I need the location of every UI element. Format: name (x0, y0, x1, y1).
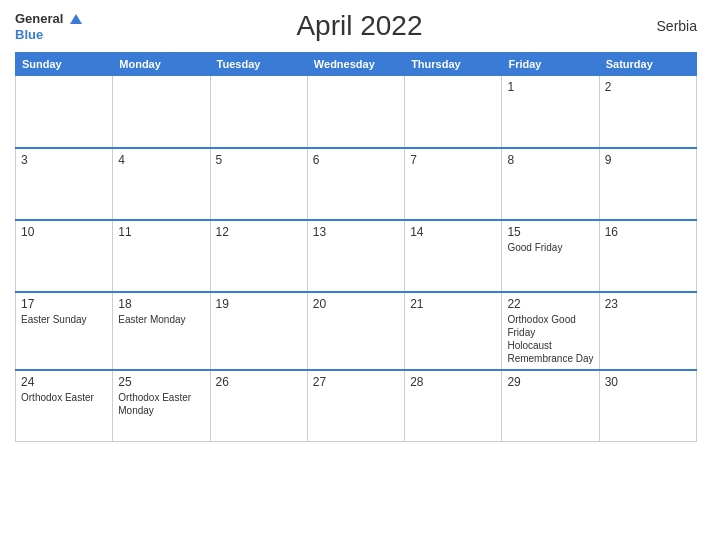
day-cell-w2-d4: 14 (405, 220, 502, 292)
day-cell-w4-d5: 29 (502, 370, 599, 442)
day-cell-w1-d1: 4 (113, 148, 210, 220)
day-cell-w0-d5: 1 (502, 76, 599, 148)
header-thursday: Thursday (405, 53, 502, 76)
day-number: 5 (216, 153, 302, 167)
day-cell-w2-d6: 16 (599, 220, 696, 292)
header-monday: Monday (113, 53, 210, 76)
calendar-table: Sunday Monday Tuesday Wednesday Thursday… (15, 52, 697, 442)
day-cell-w3-d6: 23 (599, 292, 696, 370)
day-number: 28 (410, 375, 496, 389)
event-label: Good Friday (507, 241, 593, 254)
logo: General Blue (15, 10, 82, 42)
day-cell-w3-d4: 21 (405, 292, 502, 370)
day-number: 22 (507, 297, 593, 311)
day-cell-w3-d0: 17Easter Sunday (16, 292, 113, 370)
header-tuesday: Tuesday (210, 53, 307, 76)
day-cell-w0-d1 (113, 76, 210, 148)
day-number: 8 (507, 153, 593, 167)
event-label: Easter Sunday (21, 313, 107, 326)
day-number: 6 (313, 153, 399, 167)
day-number: 24 (21, 375, 107, 389)
day-number: 20 (313, 297, 399, 311)
day-cell-w2-d5: 15Good Friday (502, 220, 599, 292)
week-row-3: 17Easter Sunday18Easter Monday19202122Or… (16, 292, 697, 370)
week-row-2: 101112131415Good Friday16 (16, 220, 697, 292)
day-number: 14 (410, 225, 496, 239)
day-number: 26 (216, 375, 302, 389)
day-number: 1 (507, 80, 593, 94)
day-cell-w4-d0: 24Orthodox Easter (16, 370, 113, 442)
event-label: Orthodox Easter (21, 391, 107, 404)
event-label: Orthodox Easter Monday (118, 391, 204, 417)
day-cell-w3-d3: 20 (307, 292, 404, 370)
day-number: 3 (21, 153, 107, 167)
day-cell-w2-d1: 11 (113, 220, 210, 292)
day-cell-w3-d2: 19 (210, 292, 307, 370)
day-number: 17 (21, 297, 107, 311)
header-friday: Friday (502, 53, 599, 76)
day-cell-w1-d0: 3 (16, 148, 113, 220)
logo-general-text: General (15, 11, 63, 26)
week-row-0: 12 (16, 76, 697, 148)
day-number: 12 (216, 225, 302, 239)
event-label: Easter Monday (118, 313, 204, 326)
day-cell-w1-d6: 9 (599, 148, 696, 220)
day-number: 21 (410, 297, 496, 311)
day-cell-w4-d4: 28 (405, 370, 502, 442)
header: General Blue April 2022 Serbia (15, 10, 697, 42)
day-cell-w4-d6: 30 (599, 370, 696, 442)
day-number: 29 (507, 375, 593, 389)
day-cell-w1-d2: 5 (210, 148, 307, 220)
day-cell-w4-d3: 27 (307, 370, 404, 442)
logo-blue-text: Blue (15, 27, 43, 42)
page: General Blue April 2022 Serbia Sunday Mo… (0, 0, 712, 550)
day-cell-w2-d3: 13 (307, 220, 404, 292)
header-wednesday: Wednesday (307, 53, 404, 76)
day-cell-w3-d1: 18Easter Monday (113, 292, 210, 370)
logo-triangle-icon (70, 14, 82, 24)
header-saturday: Saturday (599, 53, 696, 76)
week-row-4: 24Orthodox Easter25Orthodox Easter Monda… (16, 370, 697, 442)
country-label: Serbia (637, 18, 697, 34)
day-number: 13 (313, 225, 399, 239)
day-number: 10 (21, 225, 107, 239)
day-number: 16 (605, 225, 691, 239)
day-cell-w0-d2 (210, 76, 307, 148)
day-cell-w4-d2: 26 (210, 370, 307, 442)
week-row-1: 3456789 (16, 148, 697, 220)
day-cell-w0-d6: 2 (599, 76, 696, 148)
day-number: 25 (118, 375, 204, 389)
day-cell-w1-d4: 7 (405, 148, 502, 220)
day-number: 11 (118, 225, 204, 239)
day-number: 23 (605, 297, 691, 311)
day-number: 9 (605, 153, 691, 167)
day-number: 7 (410, 153, 496, 167)
day-cell-w2-d2: 12 (210, 220, 307, 292)
days-header-row: Sunday Monday Tuesday Wednesday Thursday… (16, 53, 697, 76)
day-cell-w4-d1: 25Orthodox Easter Monday (113, 370, 210, 442)
event-label: Holocaust Remembrance Day (507, 339, 593, 365)
day-number: 15 (507, 225, 593, 239)
day-number: 4 (118, 153, 204, 167)
day-cell-w0-d4 (405, 76, 502, 148)
day-number: 2 (605, 80, 691, 94)
day-cell-w0-d3 (307, 76, 404, 148)
day-cell-w1-d5: 8 (502, 148, 599, 220)
day-number: 18 (118, 297, 204, 311)
logo-line2: Blue (15, 26, 82, 42)
day-number: 19 (216, 297, 302, 311)
calendar-title: April 2022 (82, 10, 637, 42)
day-cell-w1-d3: 6 (307, 148, 404, 220)
day-cell-w0-d0 (16, 76, 113, 148)
event-label: Orthodox Good Friday (507, 313, 593, 339)
day-cell-w3-d5: 22Orthodox Good FridayHolocaust Remembra… (502, 292, 599, 370)
day-number: 27 (313, 375, 399, 389)
logo-line1: General (15, 10, 82, 26)
header-sunday: Sunday (16, 53, 113, 76)
day-number: 30 (605, 375, 691, 389)
day-cell-w2-d0: 10 (16, 220, 113, 292)
